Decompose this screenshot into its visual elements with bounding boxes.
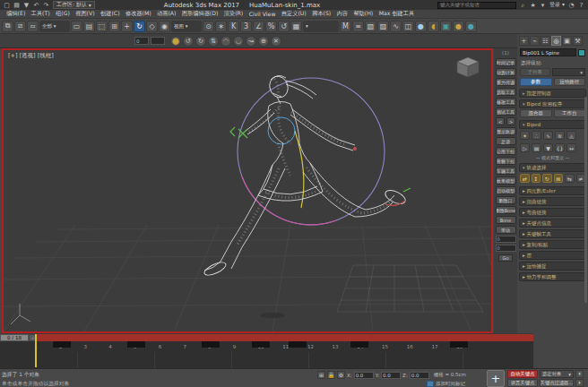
help-icon-1[interactable]: ?	[577, 1, 585, 9]
rollout-collapsed-8[interactable]: ▸ 动力学和调整	[519, 272, 586, 281]
bind-to-space-warp[interactable]: ≈	[27, 21, 39, 32]
object-name-field[interactable]: Bip001 L Spine	[520, 48, 576, 56]
select-and-rotate[interactable]: ↻	[134, 21, 145, 32]
strip-button-6[interactable]: <	[496, 117, 505, 125]
select-and-move[interactable]: +	[121, 21, 133, 32]
strip-button-12[interactable]: 车辆工具	[496, 167, 516, 175]
rollout-biped-apps[interactable]: ▾Biped 应用程序	[519, 99, 586, 108]
ribbon-toggle[interactable]: ▨	[377, 21, 389, 32]
strip-button-11[interactable]: 骨骼下拉	[496, 157, 516, 165]
strip-spinner-2[interactable]: 0	[496, 245, 516, 252]
track-key-frame-8[interactable]	[202, 341, 220, 348]
tab-display[interactable]: ▣	[562, 36, 572, 46]
track-key-frame-11.5[interactable]	[289, 341, 307, 348]
sub-toolbar-icon-7[interactable]: ⊕	[258, 36, 269, 47]
quick-access-icon-1[interactable]: ▤	[13, 1, 21, 9]
select-and-place[interactable]: ◉	[159, 21, 170, 32]
strip-button-10[interactable]: 公用下拉	[496, 147, 516, 155]
rollout-collapsed-3[interactable]: ▸ 关键点信息	[519, 219, 586, 228]
track-key-frame-18[interactable]	[450, 341, 468, 348]
sub-toolbar-icon-6[interactable]: ↝	[246, 36, 256, 47]
selected-filter-dropdown[interactable]: 选定对象▾	[540, 370, 574, 378]
strip-button-2[interactable]: 重力传递	[496, 78, 516, 86]
quick-access-icon-0[interactable]: ▢	[3, 1, 11, 9]
percent-snap[interactable]: %	[265, 21, 277, 32]
biped-file-icon-2[interactable]: ▼	[543, 143, 553, 152]
menu-6[interactable]: 动画(A)	[154, 10, 179, 18]
rollout-collapsed-7[interactable]: ▸ 运动捕捉	[519, 262, 586, 271]
menu-7[interactable]: 图形编辑器(D)	[179, 10, 221, 18]
sub-object-dropdown[interactable]: ▾	[552, 68, 586, 76]
sub-toolbar-icon-1[interactable]: ↺	[183, 36, 194, 47]
render-setup[interactable]: ◖	[428, 21, 439, 32]
rollout-assign-controller[interactable]: ▸指定控制器	[519, 89, 586, 98]
menu-3[interactable]: 视图(V)	[73, 10, 98, 18]
rollout-collapsed-6[interactable]: ▸ 层	[519, 251, 586, 260]
auto-key-button[interactable]: 自动关键点	[507, 370, 538, 378]
add-time-tag[interactable]: 添加时间标记	[427, 381, 465, 387]
biped-file-icon-3[interactable]: {}	[555, 143, 565, 152]
strip-button-0[interactable]: 时间记录	[496, 58, 516, 66]
biped-mode-icon-0[interactable]: ✦	[520, 131, 530, 140]
sub-toolbar-icon-2[interactable]: ↻	[195, 36, 206, 47]
strip-spinner-1[interactable]: 0	[496, 236, 516, 243]
rollout-track-selection[interactable]: ▾轨迹选择	[519, 163, 586, 172]
strip-button-7[interactable]: >	[506, 117, 515, 125]
strip-button-1[interactable]: 动势计算	[496, 68, 516, 76]
rotation-gizmo[interactable]	[238, 78, 385, 225]
quick-access-icon-2[interactable]: ▼	[22, 1, 30, 9]
window-crossing[interactable]: ⊞	[108, 21, 120, 32]
set-keys-button[interactable]: +	[487, 370, 505, 387]
track-key-frame-14[interactable]	[350, 341, 368, 348]
snaps-toggle-3d[interactable]: 3	[240, 21, 252, 32]
rollout-collapsed-0[interactable]: ▸ 四元数/Euler	[519, 186, 586, 195]
select-and-manipulate[interactable]: ∗	[215, 21, 227, 32]
z-field[interactable]: 0.0	[410, 372, 429, 379]
strip-button-5[interactable]: 测试工具	[496, 108, 516, 116]
viewport-nav-icon-1[interactable]: ⏵	[575, 379, 584, 387]
panel-scrollbar[interactable]	[584, 97, 587, 303]
tab-create[interactable]: +	[519, 36, 529, 46]
strip-button-4[interactable]: 修改工具	[496, 98, 516, 106]
rendered-frame-window[interactable]: ▣	[440, 21, 452, 32]
biped-file-icon-1[interactable]: ▤	[532, 143, 541, 152]
curve-editor[interactable]: ∿	[390, 21, 402, 32]
quick-access-icon-4[interactable]: ↷	[42, 1, 50, 9]
perspective-viewport[interactable]: [+] [透视] [线框]	[2, 48, 493, 333]
unlink-selection[interactable]: ⧄	[14, 21, 26, 32]
track-key-frame-2[interactable]	[53, 341, 71, 348]
biped-file-icon-0[interactable]: ▷	[520, 143, 530, 152]
menu-12[interactable]: 内容	[333, 10, 350, 18]
sub-toolbar-icon-5[interactable]: ◡	[233, 36, 244, 47]
mirror[interactable]: M	[340, 21, 351, 32]
biped-apps-button-1[interactable]: 工作台	[554, 109, 586, 117]
strip-button-13[interactable]: 效果模型	[496, 176, 516, 185]
render-iterative[interactable]: ●	[465, 21, 477, 32]
key-filters-button[interactable]: 关键点过滤器...	[540, 379, 574, 387]
menu-1[interactable]: 工具(T)	[29, 10, 53, 18]
biped-mode-icon-4[interactable]: ◬	[566, 131, 576, 140]
strip-button-14[interactable]: 启动模型	[496, 186, 516, 194]
track-selection-icon-4[interactable]: ⇆	[565, 174, 575, 183]
tab-utilities[interactable]: ⚒	[573, 36, 583, 46]
view-cube[interactable]	[457, 57, 479, 77]
sub-toolbar-icon-8[interactable]: ✕	[271, 36, 281, 47]
sub-toolbar-icon-3[interactable]: ⇅	[208, 36, 219, 47]
layer-manager[interactable]: ▧	[365, 21, 376, 32]
selection-filter[interactable]: 全部 ▾	[39, 21, 70, 32]
menu-0[interactable]: 编辑(E)	[4, 10, 29, 18]
rollout-biped[interactable]: ▾Biped	[519, 120, 586, 129]
schematic-view[interactable]: ◫	[402, 21, 414, 32]
select-and-link[interactable]: ⧉	[2, 21, 13, 32]
titlebar-icon-0[interactable]: ⌕	[519, 1, 527, 9]
x-field[interactable]: 0.0	[354, 372, 374, 379]
track-selection-icon-1[interactable]: ↕	[532, 174, 541, 183]
wireframe-character[interactable]	[203, 73, 407, 278]
viewport-label[interactable]: [+] [透视] [线框]	[8, 52, 54, 60]
rectangular-selection-region[interactable]: ⬚	[96, 21, 108, 32]
named-selection-sets[interactable]: ▾	[303, 21, 339, 32]
strip-button-18[interactable]: 带动	[496, 226, 516, 234]
angle-snap[interactable]: ∠	[253, 21, 264, 32]
material-editor[interactable]: ●	[415, 21, 427, 32]
select-and-scale[interactable]: ◇	[146, 21, 158, 32]
